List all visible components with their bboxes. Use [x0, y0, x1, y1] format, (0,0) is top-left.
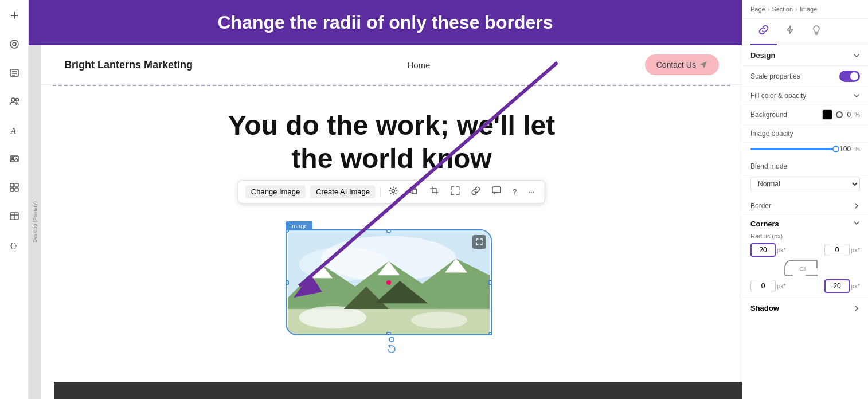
- bg-color-swatch[interactable]: [822, 109, 832, 120]
- more-options-button[interactable]: ···: [525, 186, 538, 197]
- breadcrumb-image: Image: [800, 6, 818, 13]
- shadow-section[interactable]: Shadow: [742, 298, 868, 318]
- bottom-center-handle[interactable]: [389, 337, 394, 342]
- panel-tabs: [742, 19, 868, 45]
- shadow-chevron-icon: [853, 305, 860, 312]
- change-image-button[interactable]: Change Image: [245, 185, 306, 198]
- svg-point-21: [392, 190, 395, 193]
- tab-seo[interactable]: [803, 19, 830, 45]
- corner-inputs-bottom-row: px* px*: [750, 279, 860, 293]
- border-row[interactable]: Border: [742, 197, 868, 215]
- handle-top-mid[interactable]: [386, 229, 391, 233]
- corner-tl-input[interactable]: [750, 243, 776, 257]
- opacity-slider-track[interactable]: [750, 148, 836, 150]
- lightning-icon: [785, 25, 795, 35]
- pages-icon[interactable]: [6, 64, 23, 81]
- corner-bl-unit: px*: [777, 283, 786, 290]
- rotate-icon[interactable]: [387, 345, 396, 354]
- center-dot: [386, 280, 391, 285]
- handle-right-mid[interactable]: [488, 280, 492, 285]
- handle-bottom-right[interactable]: [488, 332, 492, 335]
- main-canvas-area: Change the radii of only these borders D…: [29, 0, 742, 399]
- panel-breadcrumb: Page › Section › Image: [742, 0, 868, 19]
- svg-rect-14: [15, 183, 18, 187]
- background-label: Background: [750, 111, 787, 119]
- layers-icon[interactable]: [6, 36, 23, 53]
- opacity-slider-thumb[interactable]: [832, 146, 839, 152]
- expand-icon: [476, 238, 483, 245]
- grid-icon[interactable]: [6, 179, 23, 196]
- breadcrumb-page: Page: [750, 6, 765, 13]
- handle-bottom-left[interactable]: [286, 332, 289, 335]
- radius-label: Radius (px): [750, 233, 860, 240]
- code-icon[interactable]: {}: [6, 236, 23, 253]
- blend-mode-select[interactable]: Normal: [750, 177, 860, 191]
- link-icon: [471, 186, 480, 195]
- tab-design[interactable]: [750, 19, 777, 45]
- image-toolbar: Change Image Create AI Image: [238, 180, 545, 204]
- table-icon[interactable]: [6, 208, 23, 225]
- corner-diagram-row: C3: [750, 258, 860, 278]
- people-icon[interactable]: [6, 93, 23, 110]
- scale-label: Scale properties: [750, 72, 800, 80]
- svg-rect-23: [492, 187, 501, 193]
- blend-mode-select-row: Normal: [742, 175, 868, 197]
- blend-mode-row: Blend mode: [742, 158, 868, 175]
- link-icon-button[interactable]: [468, 185, 484, 198]
- corners-label: Corners: [750, 220, 779, 228]
- handle-top-right[interactable]: [488, 229, 492, 233]
- rotate-handle-area: [286, 345, 498, 354]
- fill-color-row[interactable]: Fill color & opacity: [742, 87, 868, 105]
- duplicate-icon-button[interactable]: [406, 185, 422, 198]
- image-edit-container: Change Image Create AI Image: [41, 205, 742, 354]
- nav-home[interactable]: Home: [407, 60, 430, 70]
- expand-image-button[interactable]: [472, 235, 486, 249]
- add-button[interactable]: [6, 7, 23, 24]
- image-label-tag: Image: [286, 221, 312, 230]
- svg-rect-15: [10, 188, 14, 191]
- design-header[interactable]: Design: [750, 51, 860, 60]
- svg-point-32: [299, 306, 366, 328]
- opacity-slider-row: 100 %: [742, 143, 868, 158]
- bottom-resize-area: [286, 337, 498, 342]
- image-opacity-label: Image opacity: [750, 130, 793, 138]
- handle-bottom-mid[interactable]: [386, 332, 391, 335]
- fullscreen-icon-button[interactable]: [447, 185, 463, 198]
- media-icon[interactable]: [6, 150, 23, 167]
- handle-left-mid[interactable]: [286, 280, 289, 285]
- create-ai-button[interactable]: Create AI Image: [310, 185, 376, 198]
- opacity-unit: %: [854, 146, 860, 152]
- scale-toggle[interactable]: [839, 71, 860, 82]
- breadcrumb-sep-1: ›: [768, 6, 770, 13]
- site-nav: Bright Lanterns Marketing Home Contact U…: [41, 45, 742, 85]
- canvas-container: Desktop (Primary) Bright Lanterns Market…: [29, 45, 742, 399]
- bg-unit: %: [854, 111, 860, 118]
- corner-bl-input[interactable]: [750, 280, 776, 292]
- help-icon-button[interactable]: ?: [509, 186, 520, 197]
- comment-icon-button[interactable]: [488, 185, 505, 198]
- design-section: Design: [742, 45, 868, 66]
- copy-icon: [409, 186, 419, 195]
- corner-tr-input[interactable]: [824, 244, 850, 256]
- svg-point-3: [13, 42, 16, 46]
- left-sidebar: A {}: [0, 0, 29, 399]
- tutorial-banner: Change the radii of only these borders: [29, 0, 742, 45]
- svg-point-8: [11, 98, 15, 101]
- scale-properties-row: Scale properties: [742, 66, 868, 87]
- border-chevron-icon: [853, 202, 860, 209]
- svg-rect-13: [10, 183, 14, 187]
- corners-header[interactable]: Corners: [750, 220, 860, 228]
- fill-chevron-icon: [853, 92, 860, 99]
- typography-icon[interactable]: A: [6, 122, 23, 139]
- tab-interactions[interactable]: [777, 19, 803, 45]
- crop-icon-button[interactable]: [427, 185, 443, 198]
- settings-icon-button[interactable]: [385, 185, 401, 198]
- corner-br-input[interactable]: [824, 279, 850, 293]
- link-tab-icon: [758, 25, 769, 35]
- image-frame[interactable]: [286, 229, 492, 335]
- opacity-controls: 100 %: [750, 145, 860, 153]
- corners-chevron-icon: [853, 220, 860, 226]
- website-preview: Bright Lanterns Marketing Home Contact U…: [41, 45, 742, 399]
- contact-button[interactable]: Contact Us: [645, 54, 719, 75]
- comment-icon: [492, 186, 501, 195]
